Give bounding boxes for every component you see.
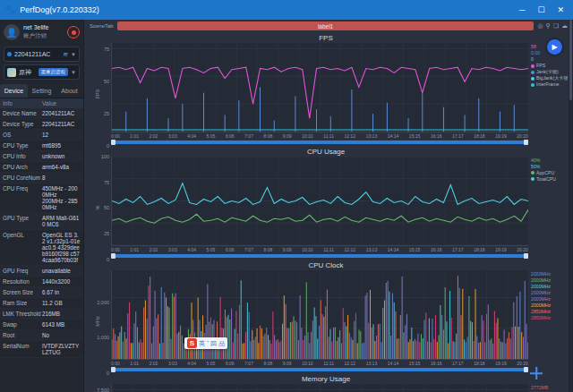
device-info-row: OS12 bbox=[0, 130, 83, 141]
chart-title: CPU Clock bbox=[84, 260, 568, 270]
x-tick-label: 16:16 bbox=[431, 247, 442, 253]
plot-area[interactable] bbox=[111, 384, 528, 392]
device-select[interactable]: 22041211AC ≋ ▼ bbox=[4, 47, 80, 62]
y-tick-label: 2,000 bbox=[97, 300, 109, 305]
time-range-slider[interactable] bbox=[111, 140, 528, 146]
device-info-row: CPU Typemt6895 bbox=[0, 141, 83, 151]
maximize-button[interactable]: ☐ bbox=[537, 5, 544, 14]
x-tick-label: 13:13 bbox=[366, 247, 378, 253]
time-range-slider[interactable] bbox=[111, 367, 528, 373]
device-info-row: LMK Threshold216MB bbox=[0, 309, 83, 320]
vertical-scrollbar[interactable] bbox=[569, 20, 573, 392]
tab-about[interactable]: About bbox=[56, 84, 83, 98]
y-tick-label: 0 bbox=[107, 257, 109, 262]
legend-item[interactable]: InterFrame bbox=[531, 81, 567, 88]
device-info-row: Device Name22041211AC bbox=[0, 108, 83, 119]
x-tick-label: 20:20 bbox=[517, 133, 528, 140]
x-tick-label: 8:08 bbox=[264, 133, 273, 140]
close-button[interactable]: ✕ bbox=[557, 5, 564, 14]
y-tick-label: 0 bbox=[107, 143, 109, 149]
pin-icon[interactable]: ⚲ bbox=[546, 22, 551, 30]
x-tick-label: 6:06 bbox=[226, 361, 235, 367]
legend-item[interactable]: AppCPU bbox=[531, 170, 567, 176]
x-tick-label: 12:12 bbox=[345, 133, 356, 140]
sidebar-tabs: DeviceSettingAbout bbox=[0, 84, 83, 98]
scene-label-banner[interactable]: label1 bbox=[117, 21, 535, 30]
chart-panel-fps: FPSFPS02550750:001:012:023:034:045:056:0… bbox=[84, 32, 568, 146]
chart-title: Memory Usage bbox=[84, 374, 568, 384]
x-tick-label: 17:17 bbox=[452, 361, 464, 367]
x-tick-label: 9:09 bbox=[283, 361, 292, 367]
title-bar: 🐾 PerfDog(v7.0.220332) ─ ☐ ✕ bbox=[0, 0, 573, 20]
avatar: 👤 bbox=[4, 24, 20, 40]
x-tick-label: 1:01 bbox=[130, 361, 139, 367]
y-tick-label: 50 bbox=[104, 79, 109, 84]
tab-device[interactable]: Device bbox=[0, 84, 28, 98]
device-select-value: 22041211AC bbox=[14, 51, 60, 57]
legend-value: 50% bbox=[531, 164, 567, 170]
x-tick-label: 16:16 bbox=[431, 133, 442, 140]
minimize-button[interactable]: ─ bbox=[519, 5, 525, 14]
logout-link[interactable]: 账户注销 bbox=[23, 32, 64, 40]
tab-setting[interactable]: Setting bbox=[28, 84, 56, 98]
legend-value: 0 bbox=[531, 56, 567, 63]
x-tick-label: 14:14 bbox=[388, 247, 399, 253]
cloud-icon[interactable]: ☁ bbox=[561, 22, 568, 30]
x-tick-label: 6:06 bbox=[226, 133, 235, 140]
device-info-table: Device Name22041211ACDevice Type22041211… bbox=[0, 108, 83, 392]
x-tick-label: 3:03 bbox=[168, 361, 177, 367]
device-info-row: Device Type22041211AC bbox=[0, 119, 83, 130]
legend-value: 2000MHz bbox=[531, 284, 567, 290]
ime-toolbar[interactable]: S 英 ˇ 回 品 bbox=[184, 337, 227, 349]
legend-item[interactable]: Jank(卡顿) bbox=[531, 69, 567, 75]
plot-area[interactable] bbox=[111, 43, 528, 132]
x-tick-label: 2:02 bbox=[150, 133, 158, 140]
ime-icons: 英 ˇ 回 品 bbox=[199, 339, 225, 348]
x-tick-label: 19:19 bbox=[495, 133, 507, 140]
app-select[interactable]: 原神 需重启进程 ▼ bbox=[4, 64, 80, 80]
legend-value: 2850MHz bbox=[531, 309, 567, 315]
device-info-row: Resolution1440x3200 bbox=[0, 277, 83, 287]
legend-value: 2000MHz bbox=[531, 271, 567, 277]
record-stop-button[interactable] bbox=[67, 26, 80, 38]
plot-area[interactable] bbox=[111, 270, 528, 360]
x-tick-label: 0:00 bbox=[111, 247, 120, 253]
device-info-row: GPU Frequnavailable bbox=[0, 266, 83, 277]
time-range-slider[interactable] bbox=[111, 253, 528, 260]
device-info-row: GPU TypeARM Mali-G610 MC6 bbox=[0, 213, 83, 230]
x-axis: 0:001:012:023:034:045:056:067:078:089:09… bbox=[111, 246, 528, 253]
legend-item[interactable]: TotalCPU bbox=[531, 176, 567, 183]
x-tick-label: 10:10 bbox=[302, 247, 313, 253]
x-tick-label: 5:05 bbox=[207, 247, 216, 253]
device-info-row: RootNo bbox=[0, 330, 83, 341]
chart-panel-memory-usage: Memory UsageMB02,5005,0007,5000:001:012:… bbox=[84, 373, 568, 392]
play-button[interactable]: ▶ bbox=[547, 39, 562, 55]
x-tick-label: 15:15 bbox=[409, 133, 421, 140]
x-axis: 0:001:012:023:034:045:056:067:078:089:09… bbox=[111, 132, 528, 140]
scene-tab-label[interactable]: SceneTab bbox=[90, 23, 114, 29]
legend-item[interactable]: FPS bbox=[531, 63, 567, 69]
x-tick-label: 2:02 bbox=[150, 247, 158, 253]
main-area: SceneTab label1 ◎⚲❏☁ FPSFPS02550750:001:… bbox=[84, 20, 573, 392]
x-tick-label: 20:20 bbox=[517, 247, 528, 253]
app-icon bbox=[7, 68, 16, 77]
x-tick-label: 18:18 bbox=[474, 133, 485, 140]
charts-column: FPSFPS02550750:001:012:023:034:045:056:0… bbox=[84, 32, 568, 392]
legend-value: 2000MHz bbox=[531, 290, 567, 296]
screenshot-icon[interactable]: ◎ bbox=[537, 22, 543, 30]
legend-item[interactable]: BigJank(大卡顿) bbox=[531, 75, 567, 81]
chart-legend: 580.000FPSJank(卡顿)BigJank(大卡顿)InterFrame bbox=[528, 43, 568, 146]
device-info-row: CPU Freq450MHz - 2000MHz 200MHz - 2850MH… bbox=[0, 183, 83, 213]
x-tick-label: 10:10 bbox=[302, 361, 313, 367]
folder-icon[interactable]: ❏ bbox=[553, 22, 559, 30]
x-tick-label: 17:17 bbox=[452, 133, 464, 140]
plot-area[interactable] bbox=[111, 157, 528, 246]
y-tick-label: 25 bbox=[104, 111, 109, 116]
x-tick-label: 15:15 bbox=[409, 361, 421, 367]
y-tick-label: 7,500 bbox=[97, 388, 109, 392]
x-tick-label: 16:16 bbox=[431, 361, 442, 367]
window-title: PerfDog(v7.0.220332) bbox=[20, 5, 519, 14]
device-status-icon bbox=[7, 52, 12, 56]
y-tick-label: 1,000 bbox=[97, 335, 109, 340]
chart-panel-cpu-usage: CPU Usage%02550751000:001:012:023:034:04… bbox=[84, 146, 568, 260]
